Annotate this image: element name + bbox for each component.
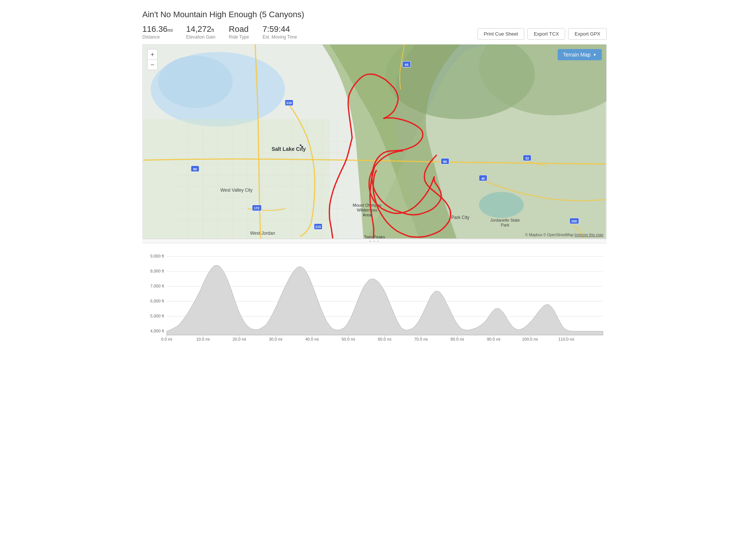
map-svg: 215 80 80 65 32 172 215 [143, 45, 606, 238]
button-group: Print Cue Sheet Export TCX Export GPX [477, 28, 607, 40]
stat-distance: 116.36mi Distance [142, 25, 173, 40]
svg-text:West Valley City: West Valley City [221, 188, 253, 193]
svg-rect-47 [300, 146, 301, 147]
export-gpx-button[interactable]: Export GPX [568, 28, 607, 40]
stat-moving-time: 7:59:44 Est. Moving Time [263, 25, 297, 40]
zoom-in-button[interactable]: + [147, 49, 158, 60]
improve-map-link[interactable]: Improve this map [574, 233, 603, 237]
svg-text:172: 172 [254, 206, 260, 210]
ride-type-label: Ride Type [229, 34, 249, 40]
page-container: Ain't No Mountain High Enough (5 Canyons… [135, 0, 614, 362]
stats-row: 116.36mi Distance 14,272ft Elevation Gai… [142, 25, 297, 40]
distance-value: 116.36mi [142, 25, 173, 34]
moving-time-value: 7:59:44 [263, 25, 297, 34]
svg-text:Park City: Park City [451, 215, 469, 220]
svg-point-2 [158, 56, 233, 108]
elevation-section: 9,000 ft 8,000 ft 7,000 ft 6,000 ft 5,00… [142, 243, 607, 356]
svg-text:Wilderness: Wilderness [357, 208, 377, 212]
svg-text:65: 65 [405, 63, 409, 67]
svg-text:40: 40 [481, 177, 485, 180]
stats-and-buttons: 116.36mi Distance 14,272ft Elevation Gai… [142, 25, 607, 40]
print-cue-sheet-button[interactable]: Print Cue Sheet [477, 28, 525, 40]
svg-text:Jordanelle State: Jordanelle State [490, 218, 520, 222]
chevron-down-icon: ▼ [593, 53, 597, 57]
map-section: 215 80 80 65 32 172 215 [142, 44, 607, 239]
terrain-map-button[interactable]: Terrain Map ▼ [558, 49, 602, 60]
svg-text:32: 32 [525, 156, 529, 160]
map-controls: + − [147, 49, 158, 70]
svg-text:4,000 ft: 4,000 ft [150, 329, 164, 333]
header-section: Ain't No Mountain High Enough (5 Canyons… [142, 6, 607, 44]
svg-text:6,000 ft: 6,000 ft [150, 299, 164, 303]
route-title: Ain't No Mountain High Enough (5 Canyons… [142, 10, 607, 19]
map-attribution: © Mapbox © OpenStreetMap Improve this ma… [525, 233, 603, 237]
svg-text:80: 80 [443, 160, 447, 164]
ride-type-value: Road [229, 25, 249, 34]
elevation-label: Elevation Gain [186, 34, 215, 40]
svg-rect-46 [301, 144, 303, 146]
zoom-out-button[interactable]: − [147, 60, 158, 70]
elevation-value: 14,272ft [186, 25, 215, 34]
svg-text:7,000 ft: 7,000 ft [150, 284, 164, 288]
svg-text:Twin Peaks: Twin Peaks [364, 235, 385, 238]
moving-time-label: Est. Moving Time [263, 34, 297, 40]
svg-text:80: 80 [193, 167, 197, 171]
svg-text:215: 215 [286, 101, 292, 105]
svg-text:150: 150 [571, 219, 577, 223]
elevation-chart-svg: 9,000 ft 8,000 ft 7,000 ft 6,000 ft 5,00… [142, 247, 607, 352]
map-resize-handle[interactable]: • • • [142, 239, 607, 243]
svg-text:9,000 ft: 9,000 ft [150, 254, 164, 258]
svg-text:215: 215 [315, 225, 321, 229]
distance-label: Distance [142, 34, 173, 40]
svg-rect-48 [301, 146, 303, 147]
svg-text:Area: Area [363, 213, 372, 217]
stat-ride-type: Road Ride Type [229, 25, 249, 40]
svg-text:5,000 ft: 5,000 ft [150, 314, 164, 318]
map-background: 215 80 80 65 32 172 215 [143, 45, 606, 238]
svg-rect-6 [143, 119, 330, 238]
svg-text:8,000 ft: 8,000 ft [150, 269, 164, 273]
elevation-chart-container: 9,000 ft 8,000 ft 7,000 ft 6,000 ft 5,00… [142, 247, 607, 352]
resize-dots: • • • [370, 239, 379, 243]
export-tcx-button[interactable]: Export TCX [527, 28, 565, 40]
stat-elevation: 14,272ft Elevation Gain [186, 25, 215, 40]
svg-text:Park: Park [501, 223, 509, 227]
svg-text:West Jordan: West Jordan [250, 231, 275, 236]
